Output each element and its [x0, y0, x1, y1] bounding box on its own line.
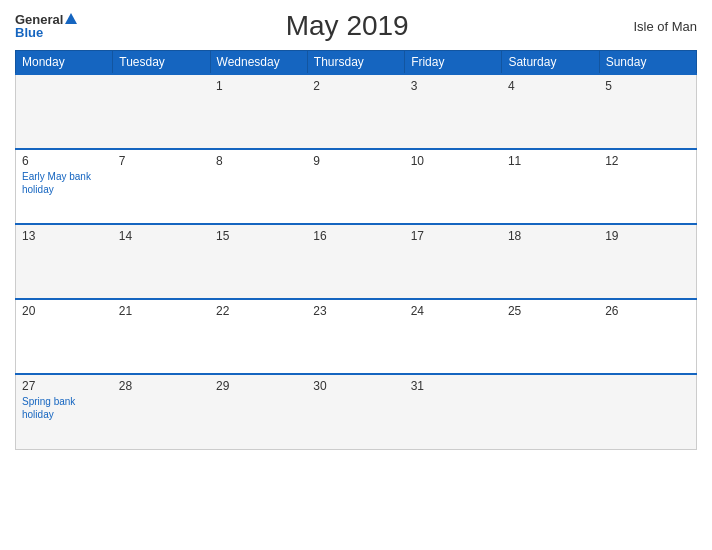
- calendar-week-row: 20212223242526: [16, 299, 697, 374]
- calendar-cell: 6Early May bank holiday: [16, 149, 113, 224]
- event-text: Early May bank holiday: [22, 170, 107, 196]
- calendar-cell: 21: [113, 299, 210, 374]
- calendar-title: May 2019: [77, 10, 617, 42]
- calendar-header: General Blue May 2019 Isle of Man: [15, 10, 697, 42]
- calendar-cell: 30: [307, 374, 404, 449]
- day-number: 31: [411, 379, 496, 393]
- day-number: 3: [411, 79, 496, 93]
- calendar-cell: 29: [210, 374, 307, 449]
- calendar-cell: 20: [16, 299, 113, 374]
- calendar-cell: 11: [502, 149, 599, 224]
- calendar-cell: 15: [210, 224, 307, 299]
- calendar-cell: 25: [502, 299, 599, 374]
- day-number: 22: [216, 304, 301, 318]
- day-number: 7: [119, 154, 204, 168]
- calendar-cell: 31: [405, 374, 502, 449]
- day-number: 18: [508, 229, 593, 243]
- day-number: 30: [313, 379, 398, 393]
- calendar-cell: 12: [599, 149, 696, 224]
- day-number: 8: [216, 154, 301, 168]
- weekday-header-row: Monday Tuesday Wednesday Thursday Friday…: [16, 51, 697, 75]
- calendar-cell: 3: [405, 74, 502, 149]
- calendar-week-row: 13141516171819: [16, 224, 697, 299]
- calendar-cell: 17: [405, 224, 502, 299]
- calendar-cell: 7: [113, 149, 210, 224]
- calendar-cell: 5: [599, 74, 696, 149]
- header-tuesday: Tuesday: [113, 51, 210, 75]
- day-number: 12: [605, 154, 690, 168]
- day-number: 29: [216, 379, 301, 393]
- day-number: 28: [119, 379, 204, 393]
- calendar-page: General Blue May 2019 Isle of Man Monday…: [0, 0, 712, 550]
- header-wednesday: Wednesday: [210, 51, 307, 75]
- logo: General Blue: [15, 13, 77, 39]
- day-number: 21: [119, 304, 204, 318]
- calendar-cell: [113, 74, 210, 149]
- day-number: 15: [216, 229, 301, 243]
- calendar-cell: 2: [307, 74, 404, 149]
- header-friday: Friday: [405, 51, 502, 75]
- header-sunday: Sunday: [599, 51, 696, 75]
- calendar-cell: 23: [307, 299, 404, 374]
- calendar-cell: 4: [502, 74, 599, 149]
- day-number: 24: [411, 304, 496, 318]
- day-number: 26: [605, 304, 690, 318]
- calendar-cell: 24: [405, 299, 502, 374]
- day-number: 5: [605, 79, 690, 93]
- day-number: 1: [216, 79, 301, 93]
- calendar-cell: 8: [210, 149, 307, 224]
- calendar-cell: 19: [599, 224, 696, 299]
- calendar-cell: [502, 374, 599, 449]
- calendar-cell: 1: [210, 74, 307, 149]
- day-number: 19: [605, 229, 690, 243]
- calendar-cell: 27Spring bank holiday: [16, 374, 113, 449]
- day-number: 25: [508, 304, 593, 318]
- day-number: 17: [411, 229, 496, 243]
- event-text: Spring bank holiday: [22, 395, 107, 421]
- calendar-cell: 9: [307, 149, 404, 224]
- day-number: 16: [313, 229, 398, 243]
- day-number: 13: [22, 229, 107, 243]
- region-label: Isle of Man: [617, 19, 697, 34]
- calendar-cell: 26: [599, 299, 696, 374]
- calendar-week-row: 27Spring bank holiday28293031: [16, 374, 697, 449]
- calendar-cell: 13: [16, 224, 113, 299]
- calendar-cell: 10: [405, 149, 502, 224]
- calendar-week-row: 6Early May bank holiday789101112: [16, 149, 697, 224]
- calendar-cell: 18: [502, 224, 599, 299]
- day-number: 4: [508, 79, 593, 93]
- header-monday: Monday: [16, 51, 113, 75]
- calendar-week-row: 12345: [16, 74, 697, 149]
- header-thursday: Thursday: [307, 51, 404, 75]
- calendar-cell: 28: [113, 374, 210, 449]
- calendar-table: Monday Tuesday Wednesday Thursday Friday…: [15, 50, 697, 450]
- calendar-cell: 14: [113, 224, 210, 299]
- logo-blue-text: Blue: [15, 26, 43, 39]
- logo-triangle-icon: [65, 13, 77, 24]
- day-number: 20: [22, 304, 107, 318]
- calendar-cell: [16, 74, 113, 149]
- day-number: 10: [411, 154, 496, 168]
- calendar-cell: 16: [307, 224, 404, 299]
- day-number: 9: [313, 154, 398, 168]
- day-number: 6: [22, 154, 107, 168]
- day-number: 27: [22, 379, 107, 393]
- day-number: 14: [119, 229, 204, 243]
- day-number: 11: [508, 154, 593, 168]
- day-number: 2: [313, 79, 398, 93]
- header-saturday: Saturday: [502, 51, 599, 75]
- calendar-cell: [599, 374, 696, 449]
- day-number: 23: [313, 304, 398, 318]
- calendar-cell: 22: [210, 299, 307, 374]
